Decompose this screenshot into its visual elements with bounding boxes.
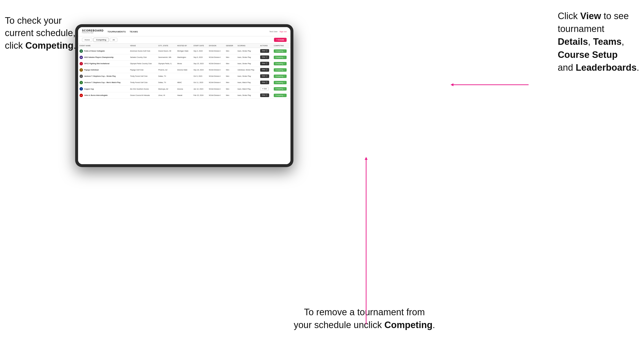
competing-button[interactable]: Competing ✓ xyxy=(274,94,286,97)
event-name-text: Folds of Honor Collegiate xyxy=(84,50,105,52)
cell-hosted: Arizona State xyxy=(176,67,192,73)
cell-event-name: J Jackson T. Stephens Cup – Stroke Play xyxy=(78,73,128,79)
annotation-line3: click xyxy=(5,40,25,51)
event-name-text: Jackson T. Stephens Cup – Stroke Play xyxy=(84,75,116,77)
view-button[interactable]: View ⓘ xyxy=(260,55,269,59)
cell-division: NCAA Division I xyxy=(207,92,224,99)
cell-venue: Trinity Forest Golf Club xyxy=(128,73,157,79)
cell-actions: View ⓘ xyxy=(259,92,272,99)
cell-scoring: team, Stroke Play xyxy=(236,60,259,67)
team-logo: P xyxy=(80,68,83,72)
team-logo: A xyxy=(80,87,83,91)
col-gender: GENDER xyxy=(224,44,236,48)
signout-link[interactable]: Sign out xyxy=(280,30,286,33)
cell-hosted: Washington xyxy=(176,54,192,60)
ann-bot-2: your schedule unclick xyxy=(294,320,384,330)
event-name-cell: P Papago Individual xyxy=(80,68,127,72)
annotation-top-left: To check your current schedule, click Co… xyxy=(5,14,76,52)
event-name-text: Copper Cup xyxy=(84,88,94,90)
competing-button[interactable]: Competing ✓ xyxy=(274,75,286,78)
logo-title: SCOREBOARD xyxy=(82,29,104,32)
ann-tr-bold5: Leaderboards xyxy=(576,62,636,73)
cell-venue: Ocean Course At Hokuala xyxy=(128,92,157,99)
cell-competing: Competing ✓ xyxy=(272,48,290,54)
cell-competing: Competing ✓ xyxy=(272,79,290,86)
team-logo: I xyxy=(80,62,83,65)
competing-button[interactable]: Competing ✓ xyxy=(274,62,286,65)
edit-button[interactable]: ✏ Edit xyxy=(260,87,269,91)
cell-gender: Men xyxy=(224,67,236,73)
competing-button[interactable]: Competing ✓ xyxy=(274,68,286,72)
cell-actions: View ⓘ xyxy=(259,73,272,79)
col-hosted-by: HOSTED BY xyxy=(176,44,192,48)
competing-button[interactable]: Competing ✓ xyxy=(274,87,286,91)
view-button[interactable]: View ⓘ xyxy=(260,62,269,65)
svg-marker-3 xyxy=(450,83,454,86)
nav-teams[interactable]: TEAMS xyxy=(130,30,138,33)
cell-actions: View ⓘ xyxy=(259,54,272,60)
ann-tr-1: Click View to see xyxy=(558,11,629,21)
cell-date: Sep 18, 2023 xyxy=(192,67,207,73)
cell-date: Oct 9, 2023 xyxy=(192,73,207,79)
cell-competing: Competing ✓ xyxy=(272,60,290,67)
tab-home[interactable]: Home xyxy=(82,38,92,42)
annotation-line1: To check your xyxy=(5,15,62,26)
cell-actions: View ⓘ xyxy=(259,67,272,73)
tablet-screen: SCOREBOARD Powered by clippl TOURNAMENTS… xyxy=(78,27,290,164)
filter-tabs: Home Competing All xyxy=(82,38,117,42)
col-actions: ACTIONS xyxy=(259,44,272,48)
create-button[interactable]: + Create xyxy=(274,38,286,42)
view-button[interactable]: View ⓘ xyxy=(260,81,269,84)
table-header: EVENT NAME VENUE CITY, STATE HOSTED BY S… xyxy=(78,44,290,48)
team-logo: H xyxy=(80,94,83,97)
cell-gender: Men xyxy=(224,48,236,54)
annotation-bold: Competing xyxy=(25,40,73,51)
view-button[interactable]: View ⓘ xyxy=(260,68,269,72)
competing-button[interactable]: Competing ✓ xyxy=(274,56,286,59)
cell-actions: ✏ Edit xyxy=(259,86,272,92)
col-division: DIVISION xyxy=(207,44,224,48)
cell-division: NCAA Division I xyxy=(207,79,224,86)
nav-tournaments[interactable]: TOURNAMENTS xyxy=(108,30,126,33)
col-scoring: SCORING xyxy=(236,44,259,48)
cell-hosted: Illinois xyxy=(176,60,192,67)
cell-scoring: team, Stroke Play xyxy=(236,92,259,99)
cell-event-name: I OFCC Fighting Illini Invitational xyxy=(78,60,128,67)
tab-competing[interactable]: Competing xyxy=(93,38,109,42)
table-body: M Folds of Honor Collegiate American Dun… xyxy=(78,48,290,99)
table-row: J Jackson T. Stephens Cup – Stroke Play … xyxy=(78,73,290,79)
cell-city: Dallas, TX xyxy=(157,73,176,79)
cell-hosted: ABAC xyxy=(176,79,192,86)
competing-button[interactable]: Competing ✓ xyxy=(274,49,286,53)
table-row: P Papago Individual Papago Golf ClubPhoe… xyxy=(78,67,290,73)
cell-division: NCAA Division I xyxy=(207,67,224,73)
ann-bot-bold: Competing xyxy=(384,320,432,330)
event-name-text: Jackson T. Stephens Cup – Men's Match Pl… xyxy=(84,82,120,83)
team-logo: J xyxy=(80,75,83,78)
cell-competing: Competing ✓ xyxy=(272,86,290,92)
table-row: W 2023 Sahalee Players Championship Saha… xyxy=(78,54,290,60)
cell-gender: Men xyxy=(224,60,236,67)
cell-date: Sep 4, 2023 xyxy=(192,48,207,54)
col-city-state: CITY, STATE xyxy=(157,44,176,48)
tab-all[interactable]: All xyxy=(110,38,117,42)
view-button[interactable]: View ⓘ xyxy=(260,49,269,53)
filter-bar: Home Competing All + Create xyxy=(78,36,290,44)
table-row: H John A. Burns Intercollegiate Ocean Co… xyxy=(78,92,290,99)
svg-marker-5 xyxy=(365,157,368,160)
cell-scoring: team, Match Play xyxy=(236,79,259,86)
event-name-text: 2023 Sahalee Players Championship xyxy=(84,56,114,58)
view-button[interactable]: View ⓘ xyxy=(260,74,269,78)
cell-date: Sep 15, 2023 xyxy=(192,60,207,67)
ann-bot-1: To remove a tournament from xyxy=(304,307,425,317)
cell-city: Maricopa, AZ xyxy=(157,86,176,92)
table-row: M Folds of Honor Collegiate American Dun… xyxy=(78,48,290,54)
col-competing: COMPETING xyxy=(272,44,290,48)
cell-venue: American Dunes Golf Club xyxy=(128,48,157,54)
cell-scoring: team, Stroke Play xyxy=(236,73,259,79)
cell-division: NCAA Division I xyxy=(207,60,224,67)
view-button[interactable]: View ⓘ xyxy=(260,93,269,97)
competing-button[interactable]: Competing ✓ xyxy=(274,81,286,84)
cell-venue: Trinity Forest Golf Club xyxy=(128,79,157,86)
cell-venue: Papago Golf Club xyxy=(128,67,157,73)
